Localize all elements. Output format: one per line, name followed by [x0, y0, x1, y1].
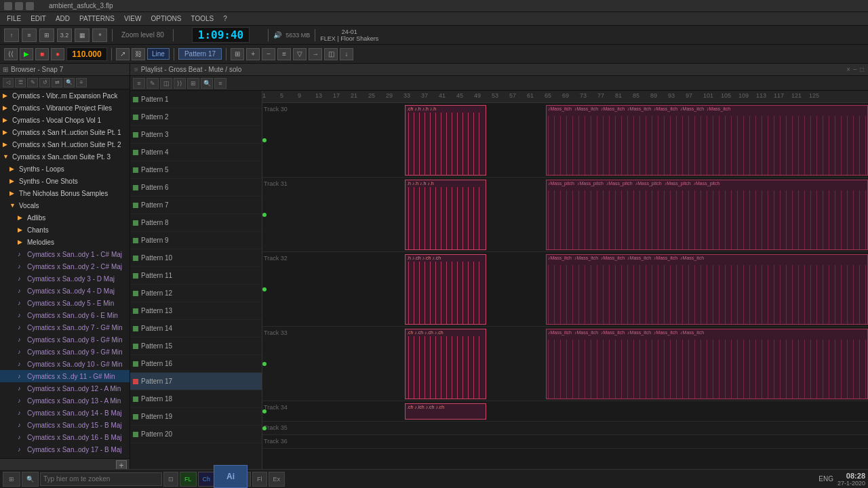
menu-options[interactable]: OPTIONS: [146, 14, 185, 24]
pattern-row-16[interactable]: Pattern 16: [130, 355, 262, 373]
taskbar-chrome-btn[interactable]: Ch: [198, 472, 216, 487]
browser-item-16[interactable]: ♪Cymatics x Sa..ody 4 - D Maj: [0, 285, 130, 297]
browser-item-17[interactable]: ♪Cymatics x Sa..ody 5 - E Min: [0, 297, 130, 309]
browser-tool-2[interactable]: ☰: [15, 78, 26, 87]
zoom-out-btn[interactable]: −: [262, 48, 275, 60]
tempo-display[interactable]: 110.000: [66, 47, 107, 61]
browser-item-2[interactable]: ▶Cymatics - Vocal Chops Vol 1: [0, 114, 130, 126]
menu-help[interactable]: ?: [219, 14, 231, 24]
browser-item-18[interactable]: ♪Cymatics x San..ody 6 - E Min: [0, 309, 130, 321]
playlist-close-icon[interactable]: ×: [846, 66, 850, 73]
maximize-btn[interactable]: [26, 2, 34, 10]
browser-item-0[interactable]: ▶Cymatics - Vibr..m Expansion Pack: [0, 89, 130, 102]
toolbar-btn-3[interactable]: ⊞: [39, 28, 54, 42]
line-btn[interactable]: Line: [147, 48, 170, 60]
browser-item-10[interactable]: ▶Adlibs: [0, 211, 130, 224]
link-btn[interactable]: ⛓: [132, 48, 145, 60]
clip-block-34a[interactable]: .ch ♪.ich ♪.ch ♪.ch: [405, 403, 486, 420]
clip-btn[interactable]: ◫: [324, 48, 338, 60]
pattern-row-4[interactable]: Pattern 4: [130, 144, 262, 161]
pattern-row-5[interactable]: Pattern 5: [130, 161, 262, 179]
taskbar-app3-btn[interactable]: Ex: [269, 472, 285, 487]
browser-item-25[interactable]: ♪Cymatics x San..ody 13 - A Min: [0, 394, 130, 407]
pattern-row-3[interactable]: Pattern 3: [130, 126, 262, 144]
minimize-btn[interactable]: [15, 2, 23, 10]
browser-item-27[interactable]: ♪Cymatics x San..ody 15 - B Maj: [0, 419, 130, 431]
pattern-row-11[interactable]: Pattern 11: [130, 267, 262, 285]
menu-patterns[interactable]: PATTERNS: [75, 14, 119, 24]
funnel-btn[interactable]: ▽: [293, 48, 307, 60]
pl-ctrl-3[interactable]: ◫: [160, 78, 172, 89]
browser-item-22[interactable]: ♪Cymatics x Sa..ody 10 - G# Min: [0, 358, 130, 370]
browser-item-26[interactable]: ♪Cymatics x San..ody 14 - B Maj: [0, 407, 130, 419]
big-clip-32b[interactable]: ♪Mass_itch ♪Mass_itch ♪Mass_itch ♪Mass_i…: [546, 254, 868, 325]
browser-item-5[interactable]: ▼Cymatics x San..ction Suite Pt. 3: [0, 150, 130, 163]
snap-btn[interactable]: ⊞: [231, 48, 244, 60]
browser-item-21[interactable]: ♪Cymatics x San..ody 9 - G# Min: [0, 346, 130, 358]
pattern-row-6[interactable]: Pattern 6: [130, 179, 262, 197]
browser-item-29[interactable]: ♪Cymatics x San..ody 17 - B Maj: [0, 443, 130, 455]
clip-block-31a[interactable]: .h ♪.h ♪.h ♪.h: [405, 180, 486, 250]
pattern-row-19[interactable]: Pattern 19: [130, 408, 262, 426]
browser-item-7[interactable]: ▶Synths - One Shots: [0, 175, 130, 187]
pl-ctrl-4[interactable]: ⟩⟩: [174, 78, 186, 89]
browser-refresh-btn[interactable]: ↺: [39, 78, 50, 87]
pattern-row-20[interactable]: Pattern 20: [130, 426, 262, 443]
start-btn[interactable]: ⊞: [3, 472, 20, 487]
browser-tool-7[interactable]: ≡: [76, 78, 87, 87]
taskbar-fl-btn[interactable]: FL: [180, 472, 197, 487]
clip-block-30a[interactable]: .ch ♪.h ♪.h ♪.h: [405, 105, 486, 176]
playlist-min-icon[interactable]: −: [853, 66, 857, 73]
browser-item-23[interactable]: ♪Cymatics x S..dy 11 - G# Min: [0, 370, 130, 382]
browser-tool-3[interactable]: ✎: [27, 78, 38, 87]
track-area[interactable]: 1591317212529333741454953576165697377818…: [262, 91, 868, 472]
pl-ctrl-7[interactable]: ≡: [214, 78, 226, 89]
pattern-row-12[interactable]: Pattern 12: [130, 285, 262, 302]
pattern-row-15[interactable]: Pattern 15: [130, 338, 262, 355]
browser-tool-5[interactable]: ⇄: [52, 78, 62, 87]
clip-block-33a[interactable]: .ch ♪.ch ♪.ch ♪.ch: [405, 329, 486, 399]
playlist-max-icon[interactable]: □: [860, 66, 864, 73]
pl-ctrl-6[interactable]: 🔍: [201, 78, 213, 89]
menu-edit[interactable]: EDIT: [26, 14, 50, 24]
toolbar-btn-5[interactable]: ▦: [75, 28, 90, 42]
browser-item-4[interactable]: ▶Cymatics x San H..uction Suite Pt. 2: [0, 138, 130, 150]
browser-item-15[interactable]: ♪Cymatics x Sa..ody 3 - D Maj: [0, 272, 130, 285]
browser-item-1[interactable]: ▶Cymatics - Vibrance Project Files: [0, 102, 130, 114]
pl-ctrl-5[interactable]: ⊞: [187, 78, 199, 89]
zoom-in-btn[interactable]: +: [246, 48, 260, 60]
browser-item-11[interactable]: ▶Chants: [0, 224, 130, 236]
pattern-row-9[interactable]: Pattern 9: [130, 232, 262, 249]
browser-item-12[interactable]: ▶Melodies: [0, 236, 130, 248]
pl-ctrl-1[interactable]: ≡: [133, 78, 145, 89]
pl-ctrl-2[interactable]: ✎: [146, 78, 159, 89]
browser-item-6[interactable]: ▶Synths - Loops: [0, 163, 130, 175]
menu-view[interactable]: VIEW: [120, 14, 146, 24]
close-btn[interactable]: [4, 2, 12, 10]
stop-btn[interactable]: ■: [35, 48, 49, 60]
pattern-row-1[interactable]: Pattern 1: [130, 91, 262, 108]
browser-item-24[interactable]: ♪Cymatics x San..ody 12 - A Min: [0, 382, 130, 394]
toolbar-btn-2[interactable]: ≡: [22, 28, 37, 42]
pattern-row-8[interactable]: Pattern 8: [130, 214, 262, 232]
pattern-row-2[interactable]: Pattern 2: [130, 108, 262, 126]
cursor-btn[interactable]: ↗: [116, 48, 130, 60]
pattern-row-18[interactable]: Pattern 18: [130, 390, 262, 408]
ai-button[interactable]: Ai: [214, 465, 248, 488]
record-btn[interactable]: ●: [51, 48, 64, 60]
arrow-btn[interactable]: →: [309, 48, 322, 60]
pattern-row-13[interactable]: Pattern 13: [130, 302, 262, 320]
pattern-row-7[interactable]: Pattern 7: [130, 197, 262, 214]
menu-file[interactable]: FILE: [3, 14, 25, 24]
toolbar-btn-1[interactable]: ↑: [4, 28, 19, 42]
browser-item-8[interactable]: ▶The Nicholas Bonus Samples: [0, 187, 130, 199]
big-clip-33b[interactable]: ♪Mass_itch ♪Mass_itch ♪Mass_itch ♪Mass_i…: [546, 329, 868, 399]
pattern-row-14[interactable]: Pattern 14: [130, 320, 262, 338]
pattern-row-10[interactable]: Pattern 10: [130, 249, 262, 267]
browser-search-btn[interactable]: 🔍: [64, 78, 75, 87]
menu-add[interactable]: ADD: [52, 14, 74, 24]
play-btn[interactable]: ▶: [20, 48, 33, 60]
rewind-btn[interactable]: ⟨⟨: [4, 48, 18, 60]
browser-item-19[interactable]: ♪Cymatics x San..ody 7 - G# Min: [0, 321, 130, 333]
search-input[interactable]: [40, 472, 162, 486]
